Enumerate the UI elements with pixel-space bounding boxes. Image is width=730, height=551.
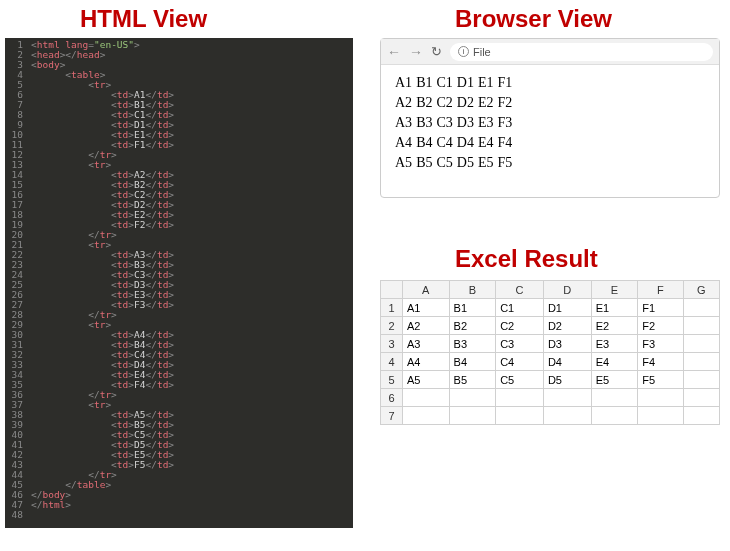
excel-cell[interactable] [449,407,496,425]
browser-cell: D5 [457,155,474,170]
browser-cell: E1 [478,75,494,90]
excel-cell[interactable]: A3 [403,335,450,353]
excel-col-header[interactable]: D [543,281,591,299]
browser-row: A4B4C4D4E4F4 [395,135,705,151]
title-excel-result: Excel Result [455,245,598,273]
excel-cell[interactable]: F5 [638,371,683,389]
excel-cell[interactable]: D1 [543,299,591,317]
excel-col-header[interactable]: C [496,281,544,299]
excel-cell[interactable]: D2 [543,317,591,335]
excel-cell[interactable] [543,389,591,407]
excel-table: ABCDEFG1A1B1C1D1E1F12A2B2C2D2E2F23A3B3C3… [380,280,720,425]
excel-cell[interactable]: B4 [449,353,496,371]
excel-cell[interactable]: B5 [449,371,496,389]
excel-cell[interactable]: E1 [591,299,638,317]
excel-cell[interactable] [638,407,683,425]
excel-row-header[interactable]: 6 [381,389,403,407]
browser-cell: C3 [436,115,452,130]
excel-cell[interactable]: C1 [496,299,544,317]
browser-cell: B1 [416,75,432,90]
excel-cell[interactable] [403,407,450,425]
browser-cell: D2 [457,95,474,110]
browser-row: A1B1C1D1E1F1 [395,75,705,91]
excel-row-header[interactable]: 4 [381,353,403,371]
excel-cell[interactable] [683,371,719,389]
browser-cell: E2 [478,95,494,110]
table-row: 1A1B1C1D1E1F1 [381,299,720,317]
excel-cell[interactable]: E3 [591,335,638,353]
excel-cell[interactable] [591,389,638,407]
excel-cell[interactable]: C5 [496,371,544,389]
excel-row-header[interactable]: 5 [381,371,403,389]
excel-cell[interactable]: D3 [543,335,591,353]
browser-cell: F4 [498,135,513,150]
excel-cell[interactable]: B1 [449,299,496,317]
excel-row-header[interactable]: 7 [381,407,403,425]
excel-cell[interactable]: B3 [449,335,496,353]
address-bar[interactable]: i File [450,43,713,61]
browser-body: A1B1C1D1E1F1A2B2C2D2E2F2A3B3C3D3E3F3A4B4… [381,65,719,185]
excel-cell[interactable]: F1 [638,299,683,317]
excel-cell[interactable] [496,389,544,407]
excel-cell[interactable] [496,407,544,425]
code-editor: 1234567891011121314151617181920212223242… [5,38,353,528]
browser-cell: A1 [395,75,412,90]
excel-row-header[interactable]: 2 [381,317,403,335]
excel-cell[interactable] [638,389,683,407]
excel-col-header[interactable]: F [638,281,683,299]
excel-cell[interactable] [683,407,719,425]
browser-cell: B3 [416,115,432,130]
excel-cell[interactable] [449,389,496,407]
excel-cell[interactable]: E5 [591,371,638,389]
excel-cell[interactable]: E4 [591,353,638,371]
excel-cell[interactable] [683,299,719,317]
excel-row-header[interactable]: 1 [381,299,403,317]
excel-cell[interactable]: F4 [638,353,683,371]
forward-icon[interactable]: → [409,44,423,60]
excel-cell[interactable]: C3 [496,335,544,353]
table-row: 4A4B4C4D4E4F4 [381,353,720,371]
excel-cell[interactable]: F2 [638,317,683,335]
browser-cell: B2 [416,95,432,110]
browser-window: ← → ↻ i File A1B1C1D1E1F1A2B2C2D2E2F2A3B… [380,38,720,198]
browser-cell: F3 [498,115,513,130]
reload-icon[interactable]: ↻ [431,44,442,59]
excel-cell[interactable]: D4 [543,353,591,371]
browser-row: A3B3C3D3E3F3 [395,115,705,131]
excel-cell[interactable] [683,317,719,335]
excel-row-header[interactable]: 3 [381,335,403,353]
excel-cell[interactable]: C4 [496,353,544,371]
excel-cell[interactable]: A1 [403,299,450,317]
excel-cell[interactable]: A4 [403,353,450,371]
browser-cell: E4 [478,135,494,150]
excel-cell[interactable]: D5 [543,371,591,389]
excel-cell[interactable]: E2 [591,317,638,335]
excel-cell[interactable] [591,407,638,425]
browser-cell: A5 [395,155,412,170]
table-row: 5A5B5C5D5E5F5 [381,371,720,389]
excel-cell[interactable] [403,389,450,407]
browser-cell: C5 [436,155,452,170]
excel-col-header[interactable]: B [449,281,496,299]
excel-cell[interactable]: A2 [403,317,450,335]
excel-cell[interactable] [683,335,719,353]
table-row: 3A3B3C3D3E3F3 [381,335,720,353]
excel-grid: ABCDEFG1A1B1C1D1E1F12A2B2C2D2E2F23A3B3C3… [380,280,720,425]
excel-col-header[interactable]: G [683,281,719,299]
browser-cell: A3 [395,115,412,130]
excel-cell[interactable]: B2 [449,317,496,335]
browser-cell: B4 [416,135,432,150]
excel-cell[interactable] [543,407,591,425]
excel-col-header[interactable]: A [403,281,450,299]
excel-col-header[interactable]: E [591,281,638,299]
excel-cell[interactable] [683,389,719,407]
excel-cell[interactable]: C2 [496,317,544,335]
browser-cell: C1 [436,75,452,90]
excel-cell[interactable]: A5 [403,371,450,389]
back-icon[interactable]: ← [387,44,401,60]
table-row: 2A2B2C2D2E2F2 [381,317,720,335]
browser-cell: A4 [395,135,412,150]
excel-cell[interactable]: F3 [638,335,683,353]
title-browser-view: Browser View [455,5,612,33]
excel-cell[interactable] [683,353,719,371]
